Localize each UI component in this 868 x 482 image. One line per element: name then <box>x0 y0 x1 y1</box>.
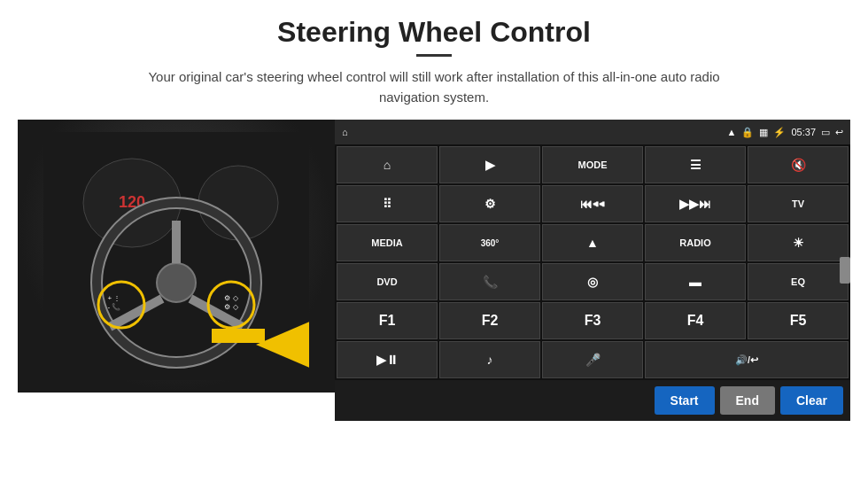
car-image: 120 <box>18 120 335 393</box>
bluetooth-icon: ⚡ <box>773 127 786 138</box>
status-right: ▲ 🔒 ▦ ⚡ 05:37 ▭ ↩ <box>727 127 843 138</box>
btn-f4[interactable]: F4 <box>645 302 746 339</box>
home-status-icon: ⌂ <box>342 127 348 137</box>
btn-music[interactable]: ♪ <box>439 341 540 378</box>
btn-menu[interactable]: ☰ <box>645 146 746 183</box>
btn-mic[interactable]: 🎤 <box>542 341 643 378</box>
btn-eject[interactable]: ▲ <box>542 224 643 261</box>
back-icon: ↩ <box>835 127 843 138</box>
content-row: 120 <box>18 120 850 421</box>
page-subtitle: Your original car's steering wheel contr… <box>124 67 744 107</box>
screen-icon: ▭ <box>821 127 830 138</box>
clear-button[interactable]: Clear <box>780 386 843 415</box>
end-button[interactable]: End <box>720 386 775 415</box>
btn-gps[interactable]: ◎ <box>542 263 643 300</box>
svg-text:⚙ ◇: ⚙ ◇ <box>224 294 238 302</box>
btn-next-track[interactable]: ▶▶⏭ <box>645 185 746 222</box>
svg-rect-13 <box>212 329 265 343</box>
btn-vol-phone[interactable]: 🔊/↩ <box>645 341 849 378</box>
btn-navigate[interactable]: ▶ <box>439 146 540 183</box>
title-divider <box>416 54 452 57</box>
btn-settings[interactable]: ⚙ <box>439 185 540 222</box>
btn-f1[interactable]: F1 <box>337 302 438 339</box>
btn-prev-track[interactable]: ⏮◀◀ <box>542 185 643 222</box>
start-button[interactable]: Start <box>655 386 715 415</box>
btn-eq[interactable]: EQ <box>748 263 849 300</box>
wifi-icon: ▲ <box>727 127 737 137</box>
scroll-handle[interactable] <box>840 257 850 284</box>
btn-play-pause[interactable]: ▶⏸ <box>337 341 438 378</box>
sim-icon: ▦ <box>759 127 768 138</box>
page-title: Steering Wheel Control <box>277 16 591 49</box>
btn-mirror[interactable]: ▬ <box>645 263 746 300</box>
btn-mute[interactable]: 🔇 <box>748 146 849 183</box>
svg-text:⚙ ◇: ⚙ ◇ <box>224 303 238 311</box>
btn-radio[interactable]: RADIO <box>645 224 746 261</box>
lock-icon: 🔒 <box>741 127 754 138</box>
button-grid: ⌂ ▶ MODE ☰ 🔇 ⠿ ⚙ ⏮◀◀ ▶▶⏭ TV MEDIA 360° ▲… <box>335 144 850 380</box>
btn-apps[interactable]: ⠿ <box>337 185 438 222</box>
btn-phone[interactable]: 📞 <box>439 263 540 300</box>
btn-f5[interactable]: F5 <box>748 302 849 339</box>
btn-brightness[interactable]: ☀ <box>748 224 849 261</box>
head-unit-panel: ⌂ ▲ 🔒 ▦ ⚡ 05:37 ▭ ↩ ⌂ ▶ MODE ☰ <box>335 120 850 421</box>
btn-f2[interactable]: F2 <box>439 302 540 339</box>
svg-text:+ ⋮: + ⋮ <box>108 294 121 302</box>
btn-360[interactable]: 360° <box>439 224 540 261</box>
page-container: Steering Wheel Control Your original car… <box>0 0 868 482</box>
svg-point-6 <box>157 263 196 302</box>
btn-home[interactable]: ⌂ <box>337 146 438 183</box>
btn-mode[interactable]: MODE <box>542 146 643 183</box>
btn-dvd[interactable]: DVD <box>337 263 438 300</box>
btn-tv[interactable]: TV <box>748 185 849 222</box>
btn-media[interactable]: MEDIA <box>337 224 438 261</box>
status-bar: ⌂ ▲ 🔒 ▦ ⚡ 05:37 ▭ ↩ <box>335 120 850 144</box>
btn-f3[interactable]: F3 <box>542 302 643 339</box>
status-left: ⌂ <box>342 127 348 137</box>
svg-text:- 📞: - 📞 <box>108 302 121 311</box>
time-display: 05:37 <box>791 127 816 137</box>
bottom-bar: Start End Clear <box>335 380 850 421</box>
